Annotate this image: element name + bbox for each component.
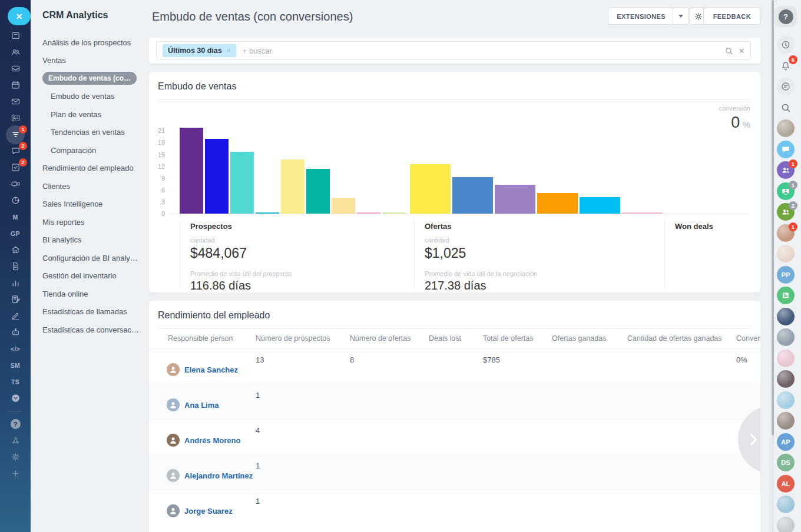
sidebar-item[interactable]: Clientes [42,177,141,195]
rail-footer-help-icon[interactable]: ? [9,419,21,429]
sidebar-item[interactable]: Plan de ventas [42,105,141,124]
employee-link[interactable]: Andrés Moreno [167,434,240,447]
rail-footer-settings-icon[interactable] [9,452,21,462]
user-avatar[interactable] [777,496,795,513]
sidebar-item[interactable]: Análisis de los prospectos [42,34,141,52]
rail-item-store-icon[interactable] [9,245,21,255]
user-avatar[interactable] [777,119,795,137]
user-avatar[interactable]: 1 [777,224,795,242]
employee-name[interactable]: Alejandro Martínez [184,471,253,480]
cell-value: 1 [256,497,260,506]
user-avatar[interactable]: PP [777,266,795,284]
user-avatar[interactable] [777,328,795,346]
sidebar-item[interactable]: BI analytics [42,231,141,250]
rail-item-video-calls-icon[interactable] [9,179,21,189]
news-app[interactable] [777,287,795,304]
rail-item-inbox-icon[interactable] [9,64,21,74]
user-avatar[interactable]: DS [777,454,795,471]
sidebar-item[interactable]: Rendimiento del empleado [42,159,141,178]
chat-app[interactable] [777,141,795,158]
table-card-title: Rendimiento del empleado [158,310,270,321]
sidebar-item[interactable]: Mis reportes [42,213,141,231]
remove-filter-icon[interactable]: × [227,46,231,55]
employee-name[interactable]: Elena Sanchez [184,365,238,374]
rail-item-messenger-icon[interactable]: 2 [9,146,21,156]
user-avatar[interactable] [777,517,795,532]
user-avatar[interactable] [777,350,795,367]
sidebar-item[interactable]: Embudo de ventas [42,88,141,106]
employee-name[interactable]: Ana Lima [184,401,219,410]
sidebar-item[interactable]: Tendencias en ventas [42,124,141,142]
rail-item-live-feed-icon[interactable] [9,31,21,41]
user-avatar[interactable] [777,370,795,388]
user-avatar[interactable] [777,245,795,262]
rail-item-sm-icon[interactable]: SM [9,360,21,370]
workgroup-app[interactable]: 1 [777,161,795,179]
rail-item-gp-icon[interactable]: GP [9,228,21,238]
rail-item-analytics-icon[interactable] [9,278,21,288]
rail-item-marketing-icon[interactable] [9,195,21,205]
rail-item-employees-icon[interactable] [9,47,21,57]
user-avatar[interactable]: AP [777,433,795,451]
sidebar-item-label: Análisis de los prospectos [42,38,131,47]
rail-item-developer-icon[interactable]: </> [9,344,21,354]
sidebar-item[interactable]: Gestión del inventario [42,267,141,285]
stat-group-label: Prospectos [190,222,414,231]
sidebar-item-label: Gestión del inventario [42,271,117,280]
sidebar-item[interactable]: Configuración de BI analy… [42,249,141,267]
search-input[interactable] [241,46,719,56]
sidebar-item[interactable]: Estadísticas de llamadas [42,303,141,321]
employee-name[interactable]: Andrés Moreno [184,436,240,445]
rail-item-ts-icon[interactable]: TS [9,377,21,387]
rail-item-crm-funnel-icon[interactable]: 1 [9,129,21,139]
rail-footer-add-icon[interactable] [9,468,21,478]
history-button[interactable] [777,36,795,54]
employee-name[interactable]: Jorge Suarez [184,507,233,516]
extensions-button[interactable]: EXTENSIONES [608,8,689,25]
feedback-button[interactable]: FEEDBACK [703,8,761,25]
funnel-stage-bar [205,139,229,214]
user-avatar[interactable]: AL [777,475,795,493]
clear-search-icon[interactable]: × [739,46,744,56]
funnel-stage-bar [495,185,535,214]
close-menu-button[interactable]: ✕ [8,7,31,25]
employee-link[interactable]: Elena Sanchez [167,363,238,376]
video-conf-app[interactable]: 1 [777,182,795,200]
notification-badge: 1 [789,159,797,168]
sidebar-item[interactable]: Estadísticas de conversac… [42,321,141,339]
sidebar-item[interactable]: Embudo de ventas (co… [42,69,141,88]
search-button[interactable] [777,99,795,117]
team-app[interactable]: 2 [777,203,795,221]
helpdesk-button[interactable]: ? [774,6,797,27]
user-avatar[interactable] [777,391,795,409]
search-icon[interactable] [724,46,733,55]
rail-item-forms-icon[interactable] [9,294,21,304]
rail-footer-structure-icon[interactable] [9,435,21,445]
rail-item-collapse-icon[interactable] [9,393,21,403]
sidebar-item[interactable]: Comparación [42,141,141,159]
bell-button[interactable]: 6 [777,57,795,75]
planner-button[interactable] [777,78,795,95]
rail-item-documents-icon[interactable] [9,261,21,271]
extensions-label: EXTENSIONES [617,13,673,20]
rail-item-tasks-icon[interactable]: 2 [9,162,21,172]
rail-item-e-sign-icon[interactable] [9,311,21,321]
filter-chip-last-30-days[interactable]: Últimos 30 días × [163,44,236,57]
rail-item-calendar-icon[interactable] [9,80,21,90]
sidebar-item[interactable]: Ventas [42,52,141,70]
rail-item-marketplace-icon[interactable]: M [9,212,21,222]
user-avatar[interactable] [777,412,795,430]
filter-search-field[interactable]: Últimos 30 días × × [156,41,751,60]
rail-item-mail-icon[interactable] [9,97,21,107]
gear-icon [694,12,703,21]
sidebar-item[interactable]: Tienda online [42,285,141,303]
employee-link[interactable]: Jorge Suarez [167,504,233,517]
employee-link[interactable]: Alejandro Martínez [167,469,253,482]
rail-item-automation-icon[interactable] [9,327,21,337]
rail-item-contacts-icon[interactable] [9,113,21,123]
employee-link[interactable]: Ana Lima [167,398,219,411]
extensions-dropdown[interactable] [673,15,689,18]
user-avatar[interactable] [777,308,795,325]
chart-group-prospectos [180,128,406,214]
sidebar-item[interactable]: Sales Intelligence [42,195,141,214]
